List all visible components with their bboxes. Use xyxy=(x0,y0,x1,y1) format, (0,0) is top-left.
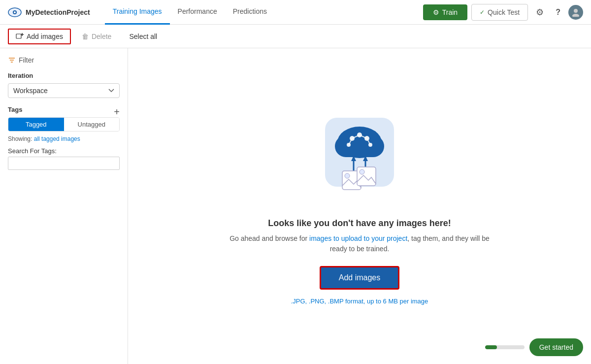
add-tag-button[interactable]: + xyxy=(114,107,120,117)
image-toolbar: Add images 🗑 Delete Select all xyxy=(0,25,591,48)
quick-test-label: Quick Test xyxy=(488,8,520,16)
train-button[interactable]: ⚙ Train xyxy=(423,4,467,20)
train-button-label: Train xyxy=(442,8,458,16)
nav-tabs: Training Images Performance Predictions xyxy=(105,0,418,25)
header-actions: ⚙ Train ✓ Quick Test ⚙ ? xyxy=(423,4,583,21)
tagged-toggle-button[interactable]: Tagged xyxy=(8,118,64,131)
search-tags-input[interactable] xyxy=(8,157,120,170)
iteration-label: Iteration xyxy=(8,72,120,79)
upload-link[interactable]: images to upload to your project xyxy=(309,234,407,242)
tab-training-images[interactable]: Training Images xyxy=(105,0,170,25)
app-logo-icon xyxy=(8,5,22,19)
svg-rect-5 xyxy=(16,34,21,38)
get-started-button[interactable]: Get started xyxy=(529,338,583,356)
svg-rect-31 xyxy=(357,167,376,186)
logo-area: MyDetectionProject xyxy=(8,5,100,19)
showing-text: Showing: all tagged images xyxy=(8,135,120,142)
search-for-tags-label: Search For Tags: xyxy=(8,147,120,155)
filter-row[interactable]: Filter xyxy=(8,56,120,64)
tab-performance[interactable]: Performance xyxy=(170,0,225,25)
help-button[interactable]: ? xyxy=(552,6,564,19)
trash-icon: 🗑 xyxy=(82,33,89,40)
format-info: .JPG, .PNG, .BMP format, up to 6 MB per … xyxy=(291,298,428,305)
svg-point-32 xyxy=(360,169,364,174)
add-images-button-toolbar[interactable]: Add images xyxy=(8,29,71,44)
filter-label: Filter xyxy=(19,56,34,64)
empty-state-title: Looks like you don't have any images her… xyxy=(268,218,451,229)
main-layout: Filter Iteration Workspace Tags + Tagged… xyxy=(0,48,591,364)
train-gear-icon: ⚙ xyxy=(433,8,439,16)
svg-point-3 xyxy=(574,9,578,13)
avatar[interactable] xyxy=(568,5,583,20)
add-images-main-button[interactable]: Add images xyxy=(320,266,400,290)
progress-indicator xyxy=(485,345,525,349)
add-images-toolbar-label: Add images xyxy=(27,33,63,40)
iteration-section: Iteration Workspace xyxy=(8,72,120,98)
progress-fill xyxy=(485,345,497,349)
tags-section: Tags + Tagged Untagged Showing: all tagg… xyxy=(8,106,120,170)
filter-icon xyxy=(8,56,16,64)
gear-icon: ⚙ xyxy=(536,7,544,18)
settings-button[interactable]: ⚙ xyxy=(532,5,548,20)
delete-button[interactable]: 🗑 Delete xyxy=(75,30,118,43)
avatar-icon xyxy=(571,8,580,17)
select-all-button[interactable]: Select all xyxy=(122,30,164,43)
quick-test-button[interactable]: ✓ Quick Test xyxy=(471,4,528,21)
question-icon: ? xyxy=(556,8,560,17)
get-started-bar: Get started xyxy=(485,338,583,356)
svg-point-4 xyxy=(572,14,579,17)
add-images-icon xyxy=(16,33,24,40)
iteration-dropdown[interactable]: Workspace xyxy=(8,83,120,98)
check-icon: ✓ xyxy=(480,9,485,16)
tab-predictions[interactable]: Predictions xyxy=(225,0,275,25)
app-header: MyDetectionProject Training Images Perfo… xyxy=(0,0,591,25)
plus-icon: + xyxy=(114,106,120,117)
select-all-label: Select all xyxy=(129,33,157,40)
svg-point-2 xyxy=(14,11,16,13)
content-area: Looks like you don't have any images her… xyxy=(128,48,591,364)
untagged-toggle-button[interactable]: Untagged xyxy=(64,118,120,131)
empty-state-description: Go ahead and browse for images to upload… xyxy=(222,233,497,254)
delete-label: Delete xyxy=(92,33,111,40)
svg-point-30 xyxy=(345,173,350,178)
tags-label: Tags xyxy=(8,106,22,113)
sidebar: Filter Iteration Workspace Tags + Tagged… xyxy=(0,48,128,364)
tags-header: Tags + xyxy=(8,106,120,117)
showing-link[interactable]: all tagged images xyxy=(34,135,80,142)
project-name: MyDetectionProject xyxy=(26,8,90,16)
empty-state-illustration xyxy=(310,108,409,206)
tags-toggle: Tagged Untagged xyxy=(8,117,120,132)
